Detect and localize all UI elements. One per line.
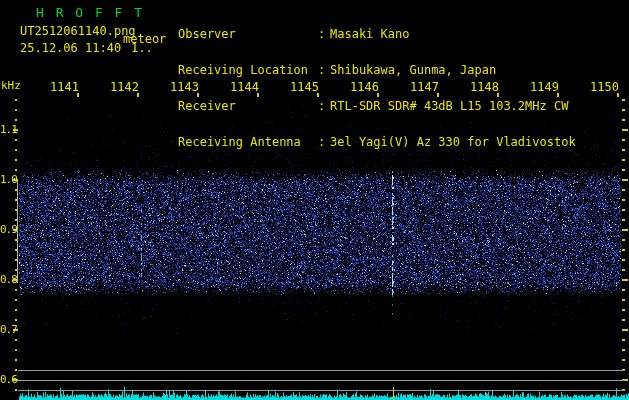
x-tick-label: 1149: [523, 80, 559, 94]
info-row-observer: Observer:Masaki Kano: [178, 28, 576, 40]
info-separator: :: [318, 64, 330, 76]
y-tick-label: 1.0: [0, 173, 16, 186]
info-label: Receiving Antenna: [178, 136, 318, 148]
y-axis-unit: kHz: [1, 79, 21, 92]
output-filename: UT2512061140.png: [20, 24, 136, 38]
x-tick-label: 1141: [43, 80, 79, 94]
info-value: Masaki Kano: [330, 28, 409, 40]
info-label: Receiver: [178, 100, 318, 112]
y-tick-label: 0.9: [0, 223, 16, 236]
progress-counter: 1..: [131, 41, 153, 55]
x-tick-label: 1144: [223, 80, 259, 94]
info-label: Receiving Location: [178, 64, 318, 76]
info-value: Shibukawa, Gunma, Japan: [330, 64, 496, 76]
info-label: Observer: [178, 28, 318, 40]
y-tick-label: 0.8: [0, 273, 16, 286]
info-row-antenna: Receiving Antenna:3el Yagi(V) Az 330 for…: [178, 136, 576, 148]
info-value: 3el Yagi(V) Az 330 for Vladivostok: [330, 136, 576, 148]
x-tick-label: 1148: [463, 80, 499, 94]
app-title: H R O F F T: [36, 5, 144, 20]
info-value: RTL-SDR SDR# 43dB L15 103.2MHz CW: [330, 100, 568, 112]
info-separator: :: [318, 100, 330, 112]
datetime-label: 25.12.06 11:40: [20, 41, 121, 55]
info-row-receiver: Receiver:RTL-SDR SDR# 43dB L15 103.2MHz …: [178, 100, 576, 112]
y-tick-label: 0.6: [0, 373, 16, 386]
x-tick-label: 1143: [163, 80, 199, 94]
x-tick-label: 1150: [583, 80, 619, 94]
x-tick-label: 1145: [283, 80, 319, 94]
x-tick-label: 1142: [103, 80, 139, 94]
y-tick-label: 0.7: [0, 323, 16, 336]
y-tick-label: 1.1: [0, 123, 16, 136]
x-tick-label: 1146: [343, 80, 379, 94]
x-tick-label: 1147: [403, 80, 439, 94]
hrofft-window: H R O F F T UT2512061140.png meteor 25.1…: [0, 0, 629, 400]
info-separator: :: [318, 136, 330, 148]
info-separator: :: [318, 28, 330, 40]
info-row-location: Receiving Location:Shibukawa, Gunma, Jap…: [178, 64, 576, 76]
